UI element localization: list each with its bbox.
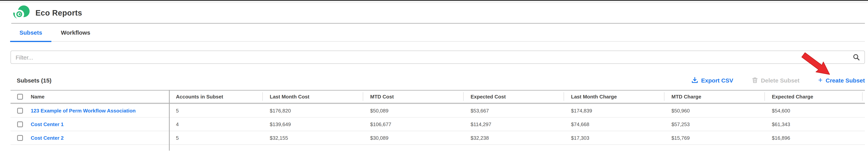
tab-workflows[interactable]: Workflows	[52, 24, 100, 41]
accounts-in-subset-value: 4	[169, 121, 262, 127]
column-header-mtd-cost[interactable]: MTD Cost	[363, 91, 463, 103]
eco-reports-page: Eco Reports Subsets Workflows Subsets (1…	[0, 0, 868, 151]
page-top-band	[0, 1, 868, 3]
column-header-mtd-charge[interactable]: MTD Charge	[664, 91, 765, 103]
mtd-cost-value: $30,089	[363, 135, 463, 141]
expected-charge-value: $16,896	[765, 135, 865, 141]
filter-bar	[10, 51, 865, 64]
table-actions: Export CSV Delete Subset + Create Subset	[692, 77, 865, 84]
expected-cost-value: $114,297	[463, 121, 564, 127]
column-header-expected-charge[interactable]: Expected Charge	[765, 91, 865, 103]
download-icon	[692, 77, 698, 83]
last-month-charge-value: $74,668	[564, 121, 664, 127]
table-header-row: Name Accounts in Subset Last Month Cost …	[10, 90, 865, 104]
table-row: Cost Center 2 5 $32,155 $30,089 $32,238 …	[10, 131, 865, 145]
trash-icon	[752, 77, 758, 83]
subset-name-link[interactable]: 123 Example of Perm Workflow Association	[31, 108, 136, 114]
row-checkbox[interactable]	[17, 121, 23, 127]
delete-subset-label: Delete Subset	[761, 77, 800, 84]
tab-subsets-label: Subsets	[20, 29, 42, 36]
expected-charge-value: $61,343	[765, 121, 865, 127]
last-month-cost-value: $32,155	[262, 135, 363, 141]
delete-subset-button[interactable]: Delete Subset	[752, 77, 800, 84]
table-row: Cost Center 1 4 $139,649 $106,677 $114,2…	[10, 118, 865, 131]
mtd-cost-value: $106,677	[363, 121, 463, 127]
app-header: Eco Reports	[11, 3, 865, 24]
subset-name-link[interactable]: Cost Center 1	[31, 121, 64, 127]
column-header-accounts[interactable]: Accounts in Subset	[169, 91, 262, 103]
expected-charge-value: $54,600	[765, 108, 865, 114]
export-csv-label: Export CSV	[701, 77, 733, 84]
mtd-charge-value: $50,960	[664, 108, 765, 114]
mtd-charge-value: $15,769	[664, 135, 765, 141]
list-header: Subsets (15) Export CSV Delete Subset + …	[17, 76, 865, 85]
mtd-cost-value: $50,089	[363, 108, 463, 114]
last-month-cost-value: $139,649	[262, 121, 363, 127]
expected-cost-value: $53,667	[463, 108, 564, 114]
export-csv-button[interactable]: Export CSV	[692, 77, 733, 84]
accounts-in-subset-value: 5	[169, 108, 262, 114]
search-icon	[853, 54, 860, 61]
last-month-cost-value: $176,820	[262, 108, 363, 114]
create-subset-button[interactable]: + Create Subset	[818, 77, 865, 84]
subset-name-link[interactable]: Cost Center 2	[31, 135, 64, 141]
mtd-charge-value: $57,253	[664, 121, 765, 127]
accounts-in-subset-value: 5	[169, 135, 262, 141]
row-checkbox[interactable]	[17, 135, 23, 141]
row-checkbox[interactable]	[17, 108, 23, 114]
tab-subsets[interactable]: Subsets	[10, 24, 52, 41]
name-column-divider	[169, 90, 169, 151]
create-subset-label: Create Subset	[826, 77, 865, 84]
subsets-table: Name Accounts in Subset Last Month Cost …	[10, 90, 865, 151]
page-title: Eco Reports	[35, 8, 82, 18]
column-header-name[interactable]: Name	[28, 91, 169, 103]
eco-logo-icon	[14, 5, 30, 21]
table-row: 123 Example of Perm Workflow Association…	[10, 104, 865, 118]
select-all-checkbox[interactable]	[17, 94, 23, 100]
column-header-last-month-cost[interactable]: Last Month Cost	[262, 91, 363, 103]
subsets-count-heading: Subsets (15)	[17, 77, 51, 84]
last-month-charge-value: $174,839	[564, 108, 664, 114]
tab-workflows-label: Workflows	[61, 29, 90, 36]
column-header-last-month-charge[interactable]: Last Month Charge	[564, 91, 664, 103]
plus-icon: +	[818, 78, 823, 83]
filter-input[interactable]	[10, 51, 865, 64]
last-month-charge-value: $17,303	[564, 135, 664, 141]
tab-bar: Subsets Workflows	[10, 24, 865, 42]
expected-cost-value: $32,238	[463, 135, 564, 141]
column-header-expected-cost[interactable]: Expected Cost	[463, 91, 564, 103]
